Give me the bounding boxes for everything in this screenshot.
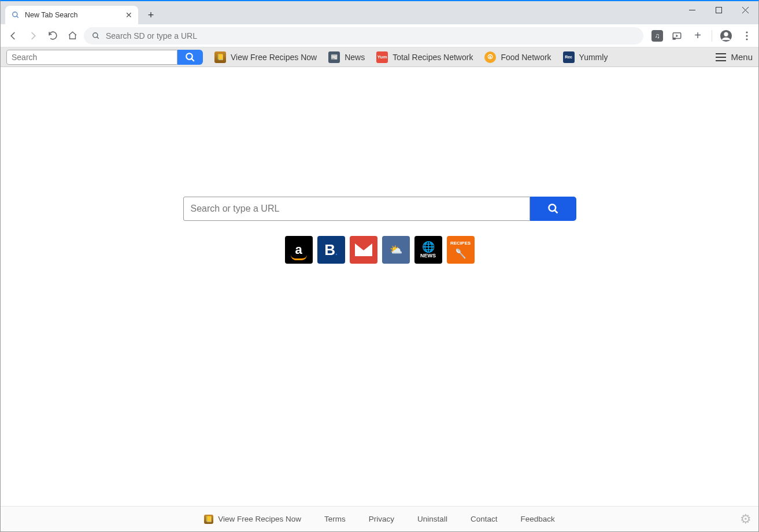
svg-point-14 [746, 38, 747, 40]
svg-line-1 [17, 16, 18, 18]
toolbar-menu-button[interactable]: Menu [716, 52, 753, 62]
svg-point-11 [724, 32, 728, 36]
reload-button[interactable] [45, 28, 61, 44]
extension-toolbar: 📒 View Free Recipes Now 📰 News Yum Total… [1, 47, 758, 67]
close-window-button[interactable] [732, 1, 758, 19]
footer-link-label: Feedback [520, 515, 554, 523]
toolbar-link-label: Yummly [579, 53, 608, 62]
globe-icon: 🌐 [422, 242, 435, 252]
window-controls [679, 1, 758, 19]
tile-amazon[interactable]: a [285, 236, 313, 264]
search-icon [11, 10, 20, 20]
toolbar-menu-label: Menu [731, 52, 753, 62]
minimize-button[interactable] [679, 1, 705, 19]
center-search-input[interactable] [183, 197, 530, 221]
omnibox[interactable] [84, 27, 643, 45]
footer-link-label: Terms [324, 515, 346, 523]
hamburger-icon [716, 53, 726, 61]
tab-strip: New Tab Search ✕ + [1, 1, 758, 24]
foodnetwork-icon: ⦿ [484, 51, 496, 63]
toolbar-link-trn[interactable]: Yum Total Recipes Network [376, 51, 473, 63]
tile-weather[interactable]: ⛅ [382, 236, 410, 264]
toolbar-link-label: Food Network [501, 53, 551, 62]
footer-link-recipes[interactable]: 📒 View Free Recipes Now [204, 515, 301, 524]
svg-point-0 [13, 12, 17, 17]
center-search [183, 197, 576, 221]
toolbar-link-foodnetwork[interactable]: ⦿ Food Network [484, 51, 551, 63]
gmail-icon [355, 243, 372, 256]
tile-news[interactable]: 🌐NEWS [414, 236, 442, 264]
amazon-icon: a [295, 242, 302, 257]
recipes-icon: 📒 [204, 515, 213, 524]
toolbar-link-label: Total Recipes Network [393, 53, 473, 62]
svg-point-15 [186, 53, 192, 60]
news-icon: 📰 [328, 51, 340, 63]
toolbar-search [6, 50, 203, 65]
footer-link-label: Privacy [369, 515, 394, 523]
tile-recipes[interactable]: RECIPES🥄 [447, 236, 475, 264]
spoon-icon: 🥄 [455, 248, 466, 259]
back-button[interactable] [5, 28, 21, 44]
quick-tiles: a B. ⛅ 🌐NEWS RECIPES🥄 [285, 236, 475, 264]
svg-line-16 [191, 58, 194, 61]
booking-icon: B. [324, 241, 338, 259]
settings-gear-icon[interactable]: ⚙ [740, 512, 751, 527]
tile-booking[interactable]: B. [317, 236, 345, 264]
svg-rect-3 [716, 7, 721, 13]
center-search-button[interactable] [530, 197, 576, 221]
yum-icon: Yum [376, 51, 388, 63]
omnibox-input[interactable] [106, 31, 635, 40]
maximize-button[interactable] [705, 1, 732, 19]
add-bookmark-icon[interactable]: + [691, 29, 705, 43]
toolbar-link-news[interactable]: 📰 News [328, 51, 365, 63]
svg-line-21 [554, 210, 557, 213]
svg-point-12 [746, 31, 747, 33]
toolbar-search-button[interactable] [177, 50, 203, 65]
music-extension-icon[interactable]: ♫ [651, 30, 663, 42]
tile-gmail[interactable] [350, 236, 377, 264]
media-router-icon[interactable] [670, 29, 684, 43]
home-button[interactable] [64, 28, 80, 44]
profile-icon[interactable] [719, 29, 733, 43]
browser-tab[interactable]: New Tab Search ✕ [5, 6, 138, 24]
toolbar-search-input[interactable] [6, 50, 177, 65]
news-label: NEWS [420, 253, 436, 258]
yummly-icon: Rec [563, 51, 575, 63]
footer-link-label: Uninstall [417, 515, 447, 523]
tab-title: New Tab Search [25, 11, 78, 19]
footer-link-privacy[interactable]: Privacy [369, 515, 394, 523]
separator [712, 30, 712, 42]
page-content: a B. ⛅ 🌐NEWS RECIPES🥄 [1, 67, 758, 506]
browser-window: New Tab Search ✕ + ♫ + [0, 0, 759, 532]
svg-point-6 [93, 32, 98, 37]
footer-link-label: View Free Recipes Now [218, 515, 301, 523]
new-tab-button[interactable]: + [143, 7, 159, 23]
svg-line-7 [97, 36, 99, 38]
toolbar-link-label: News [345, 53, 365, 62]
chrome-menu-icon[interactable] [740, 29, 754, 43]
toolbar-link-yummly[interactable]: Rec Yummly [563, 51, 608, 63]
svg-point-20 [549, 205, 556, 212]
forward-button[interactable] [25, 28, 41, 44]
recipes-label: RECIPES [450, 241, 471, 246]
close-tab-icon[interactable]: ✕ [125, 10, 132, 20]
search-icon [92, 32, 100, 40]
footer-link-contact[interactable]: Contact [471, 515, 498, 523]
footer-link-label: Contact [471, 515, 498, 523]
weather-icon: ⛅ [390, 243, 402, 256]
footer-link-uninstall[interactable]: Uninstall [417, 515, 447, 523]
address-bar-row: ♫ + [1, 24, 758, 47]
svg-point-13 [746, 35, 747, 36]
page-footer: 📒 View Free Recipes Now Terms Privacy Un… [1, 506, 758, 531]
toolbar-link-recipes[interactable]: 📒 View Free Recipes Now [214, 51, 317, 63]
footer-link-feedback[interactable]: Feedback [520, 515, 554, 523]
footer-link-terms[interactable]: Terms [324, 515, 346, 523]
recipes-icon: 📒 [214, 51, 226, 63]
toolbar-link-label: View Free Recipes Now [231, 53, 317, 62]
